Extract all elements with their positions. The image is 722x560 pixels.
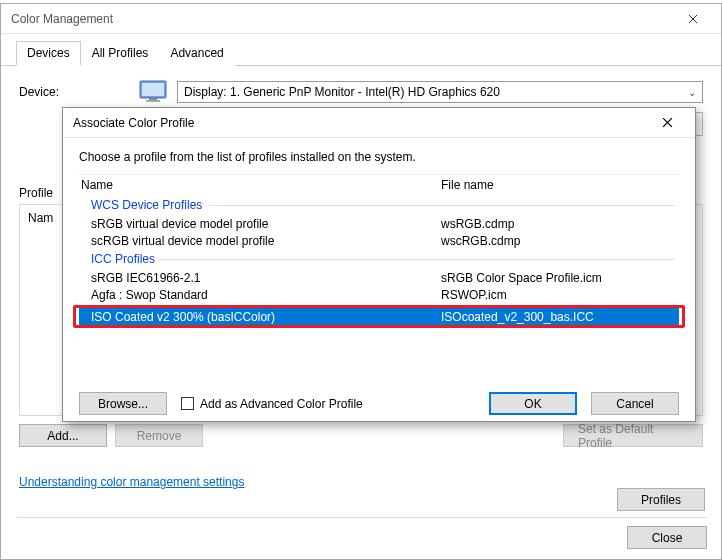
dialog-titlebar: Associate Color Profile (63, 108, 695, 138)
add-button[interactable]: Add... (19, 424, 107, 447)
tab-devices[interactable]: Devices (16, 41, 81, 66)
checkbox-box (181, 397, 194, 410)
tab-all-profiles[interactable]: All Profiles (81, 41, 160, 66)
list-item-selected[interactable]: ISO Coated v2 300% (basICColor) ISOcoate… (79, 308, 679, 325)
selection-highlight: ISO Coated v2 300% (basICColor) ISOcoate… (73, 305, 685, 328)
chevron-down-icon: ⌄ (688, 87, 696, 98)
dialog-body: Choose a profile from the list of profil… (63, 138, 695, 425)
close-button[interactable]: Close (627, 526, 707, 549)
list-header: Name File name (79, 175, 679, 195)
cancel-button[interactable]: Cancel (591, 392, 679, 415)
list-item[interactable]: sRGB IEC61966-2.1 sRGB Color Space Profi… (79, 269, 679, 286)
profile-list[interactable]: Name File name WCS Device Profiles sRGB … (79, 174, 679, 384)
monitor-icon (139, 80, 167, 104)
browse-button[interactable]: Browse... (79, 392, 167, 415)
col-header-name[interactable]: Name (81, 178, 441, 192)
list-item[interactable]: Agfa : Swop Standard RSWOP.icm (79, 286, 679, 303)
help-link[interactable]: Understanding color management settings (19, 475, 244, 489)
checkbox-label: Add as Advanced Color Profile (200, 397, 363, 411)
device-select[interactable]: Display: 1. Generic PnP Monitor - Intel(… (177, 81, 703, 103)
dialog-title: Associate Color Profile (73, 116, 645, 130)
set-default-button: Set as Default Profile (563, 424, 703, 447)
list-empty-area (79, 328, 679, 384)
ok-button[interactable]: OK (489, 392, 577, 415)
titlebar: Color Management (1, 4, 721, 34)
tab-advanced[interactable]: Advanced (159, 41, 234, 66)
close-icon (688, 14, 698, 24)
window-close-button[interactable] (671, 4, 715, 34)
profile-action-buttons: Add... Remove Set as Default Profile (19, 424, 703, 447)
tab-strip: Devices All Profiles Advanced (1, 34, 721, 66)
svg-rect-2 (149, 98, 157, 100)
dialog-instruction: Choose a profile from the list of profil… (79, 150, 679, 164)
device-select-value: Display: 1. Generic PnP Monitor - Intel(… (184, 85, 500, 99)
svg-rect-3 (146, 100, 160, 102)
group-icc: ICC Profiles (79, 249, 679, 269)
group-wcs: WCS Device Profiles (79, 195, 679, 215)
list-item[interactable]: scRGB virtual device model profile wscRG… (79, 232, 679, 249)
dialog-footer: Browse... Add as Advanced Color Profile … (79, 392, 679, 415)
device-row: Device: Display: 1. Generic PnP Monitor … (19, 80, 703, 104)
profiles-header: Nam (28, 211, 53, 225)
device-label: Device: (19, 85, 129, 99)
list-item[interactable]: sRGB virtual device model profile wsRGB.… (79, 215, 679, 232)
footer: Close (17, 517, 707, 549)
dialog-close-button[interactable] (645, 108, 689, 138)
window-title: Color Management (11, 12, 671, 26)
profiles-button[interactable]: Profiles (617, 488, 705, 511)
remove-button: Remove (115, 424, 203, 447)
col-header-file[interactable]: File name (441, 178, 677, 192)
advanced-checkbox[interactable]: Add as Advanced Color Profile (181, 397, 363, 411)
close-icon (662, 117, 673, 128)
associate-profile-dialog: Associate Color Profile Choose a profile… (62, 107, 696, 422)
svg-rect-1 (142, 83, 164, 96)
